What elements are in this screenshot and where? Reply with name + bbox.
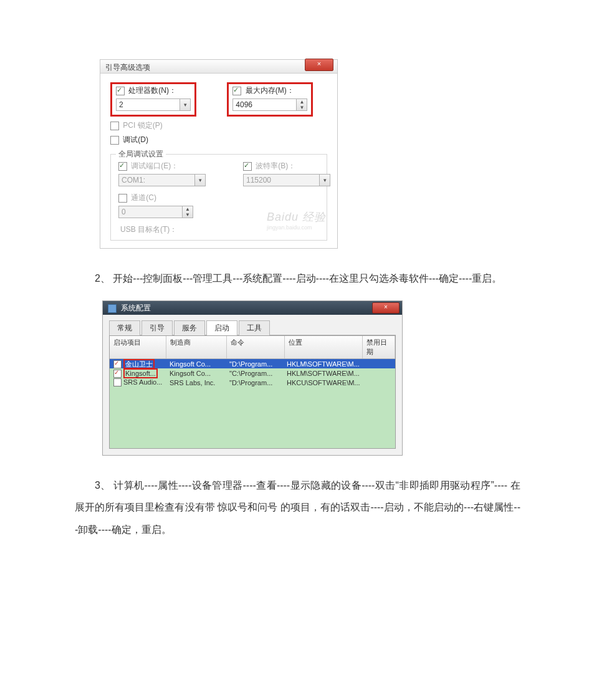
chevron-down-icon[interactable]: ▾ — [194, 175, 205, 186]
window-icon — [108, 304, 117, 313]
channel-label: 通道(C) — [131, 193, 156, 202]
col-manufacturer[interactable]: 制造商 — [166, 336, 227, 358]
dialog1-titlebar[interactable]: 引导高级选项 × — [100, 60, 337, 74]
tab-tools[interactable]: 工具 — [239, 320, 270, 335]
channel-value: 0 — [122, 208, 126, 216]
baud-label: 波特率(B)： — [256, 161, 295, 170]
row-checkbox[interactable] — [113, 370, 122, 378]
close-button[interactable]: × — [372, 302, 400, 314]
row-checkbox[interactable] — [113, 360, 122, 368]
col-location[interactable]: 位置 — [285, 336, 363, 358]
pci-lock-checkbox[interactable] — [110, 122, 119, 130]
cell: HKLM\SOFTWARE\M... — [283, 370, 360, 377]
table-row[interactable]: Kingsoft...Kingsoft Co..."C:\Program...H… — [110, 368, 395, 378]
listview-header[interactable]: 启动项目 制造商 命令 位置 禁用日期 — [110, 336, 395, 359]
chevron-down-icon[interactable]: ▾ — [180, 99, 190, 110]
usb-target-label: USB 目标名(T)： — [120, 225, 177, 234]
spinner-buttons-icon[interactable]: ▲▼ — [182, 206, 193, 218]
tab-general[interactable]: 常规 — [109, 320, 140, 335]
max-memory-label: 最大内存(M)： — [246, 86, 294, 95]
col-startup-item[interactable]: 启动项目 — [110, 336, 166, 358]
baud-value: 115200 — [246, 176, 271, 185]
max-memory-group: 最大内存(M)： 4096 ▲▼ — [227, 82, 313, 117]
tab-boot[interactable]: 引导 — [141, 320, 173, 335]
pci-lock-label: PCI 锁定(P) — [123, 121, 162, 130]
spinner-buttons-icon[interactable]: ▲▼ — [296, 99, 307, 110]
row-name: Kingsoft... — [123, 368, 158, 378]
col-disabled-date[interactable]: 禁用日期 — [363, 336, 395, 358]
global-debug-settings-group: 全局调试设置 调试端口(E)： COM1: ▾ 波特率(B)： — [110, 154, 327, 241]
channel-checkbox[interactable] — [118, 194, 127, 203]
tabstrip: 常规 引导 服务 启动 工具 — [109, 320, 396, 335]
cell: "D:\Program... — [226, 360, 283, 368]
boot-advanced-options-dialog: 引导高级选项 × 处理器数(N)： 2 ▾ 最大内存(M)： 4096 ▲▼ — [100, 59, 338, 249]
cell: "C:\Program... — [226, 370, 283, 377]
max-memory-spinner[interactable]: 4096 ▲▼ — [232, 98, 307, 111]
channel-spinner[interactable]: 0 ▲▼ — [118, 206, 193, 218]
processor-count-label: 处理器数(N)： — [128, 86, 176, 95]
processor-count-checkbox[interactable] — [116, 87, 125, 95]
processor-count-group: 处理器数(N)： 2 ▾ — [110, 82, 196, 117]
group-legend: 全局调试设置 — [116, 149, 166, 160]
close-button[interactable]: × — [305, 59, 333, 71]
processor-count-value: 2 — [119, 100, 123, 109]
step-3-text: 3、 计算机----属性----设备管理器----查看----显示隐藏的设备--… — [75, 474, 520, 540]
table-row[interactable]: 金山卫士Kingsoft Co..."D:\Program...HKLM\SOF… — [110, 359, 395, 368]
dialog1-title: 引导高级选项 — [105, 63, 150, 72]
cell: Kingsoft Co... — [166, 370, 226, 377]
tab-startup[interactable]: 启动 — [206, 320, 237, 335]
dialog2-title: 系统配置 — [121, 304, 151, 312]
tab-services[interactable]: 服务 — [174, 320, 205, 335]
row-checkbox[interactable] — [113, 378, 122, 386]
debug-port-combo[interactable]: COM1: ▾ — [118, 174, 206, 186]
cell: "D:\Program... — [226, 379, 283, 386]
system-config-dialog: 系统配置 × 常规 引导 服务 启动 工具 启动项目 制造商 命令 位置 禁用日… — [102, 300, 403, 456]
cell: SRS Labs, Inc. — [166, 379, 226, 386]
step-2-text: 2、 开始---控制面板---管理工具---系统配置----启动----在这里只… — [75, 267, 520, 289]
debug-checkbox[interactable] — [110, 136, 119, 145]
debug-port-checkbox[interactable] — [118, 162, 127, 171]
debug-label: 调试(D) — [123, 135, 148, 144]
max-memory-checkbox[interactable] — [232, 87, 241, 95]
debug-port-label: 调试端口(E)： — [131, 161, 178, 170]
baud-checkbox[interactable] — [243, 162, 252, 171]
dialog2-titlebar[interactable]: 系统配置 × — [103, 301, 402, 315]
col-command[interactable]: 命令 — [227, 336, 285, 358]
table-row[interactable]: SRS Audio...SRS Labs, Inc."D:\Program...… — [110, 378, 395, 387]
cell: HKCU\SOFTWARE\M... — [283, 379, 360, 386]
processor-count-combo[interactable]: 2 ▾ — [116, 98, 191, 111]
max-memory-value: 4096 — [236, 100, 252, 109]
row-name: 金山卫士 — [123, 359, 155, 369]
chevron-down-icon[interactable]: ▾ — [319, 175, 330, 186]
baud-combo[interactable]: 115200 ▾ — [243, 174, 330, 186]
startup-listview[interactable]: 启动项目 制造商 命令 位置 禁用日期 金山卫士Kingsoft Co..."D… — [109, 335, 396, 449]
cell: HKLM\SOFTWARE\M... — [283, 360, 360, 368]
cell: Kingsoft Co... — [166, 360, 226, 368]
debug-port-value: COM1: — [122, 176, 145, 185]
row-name: SRS Audio... — [123, 378, 162, 386]
